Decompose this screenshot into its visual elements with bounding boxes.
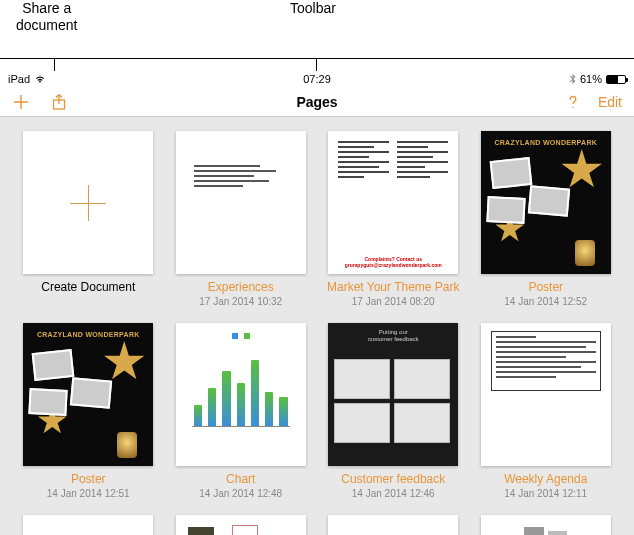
annotation-layer: Share a document Toolbar — [0, 0, 634, 59]
status-bar: iPad 07:29 61% — [0, 71, 634, 87]
doc-date: 17 Jan 2014 08:20 — [352, 296, 435, 307]
add-document-button[interactable] — [12, 93, 30, 111]
document-tile[interactable]: Complaints? Contact usgrumpyguts@crazyla… — [323, 131, 464, 307]
battery-icon — [606, 75, 626, 84]
poster-heading: CRAZYLAND WONDERPARK — [481, 139, 611, 146]
device-label: iPad — [8, 73, 30, 85]
annotation-toolbar-label: Toolbar — [290, 0, 336, 17]
document-tile[interactable]: CRAZYLAND WONDERPARK Poster 14 Jan 2014 … — [18, 323, 159, 499]
wifi-icon — [34, 74, 46, 84]
doc-date: 17 Jan 2014 10:32 — [199, 296, 282, 307]
battery-pct: 61% — [580, 73, 602, 85]
doc-date: 14 Jan 2014 12:46 — [352, 488, 435, 499]
toolbar: Pages Edit — [0, 87, 634, 117]
document-tile[interactable]: Putting ourcustomer feedback Customer fe… — [323, 323, 464, 499]
document-gallery[interactable]: Create Document Experiences 17 Jan 2014 … — [0, 117, 634, 535]
share-button[interactable] — [50, 93, 68, 111]
toolbar-title: Pages — [296, 94, 337, 110]
doc-title: Create Document — [41, 280, 135, 294]
doc-title: Poster — [71, 472, 106, 486]
bluetooth-icon — [569, 74, 576, 84]
doc-date: 14 Jan 2014 12:52 — [504, 296, 587, 307]
doc-date: 14 Jan 2014 12:11 — [504, 488, 587, 499]
doc-title: Weekly Agenda — [504, 472, 587, 486]
document-tile[interactable] — [323, 515, 464, 535]
clock: 07:29 — [303, 73, 331, 85]
doc-title: Chart — [226, 472, 255, 486]
document-tile[interactable]: CRAZYLAND WONDERPARK Poster 14 Jan 2014 … — [476, 131, 617, 307]
document-tile[interactable]: Weekly Agenda 14 Jan 2014 12:11 — [476, 323, 617, 499]
help-button[interactable] — [564, 93, 582, 111]
create-document-tile[interactable]: Create Document — [18, 131, 159, 307]
edit-button[interactable]: Edit — [598, 94, 622, 110]
document-tile[interactable]: Chart 14 Jan 2014 12:48 — [171, 323, 312, 499]
doc-date: 14 Jan 2014 12:48 — [199, 488, 282, 499]
annotation-share-label: Share a document — [16, 0, 77, 34]
doc-title: Experiences — [208, 280, 274, 294]
document-tile[interactable] — [171, 515, 312, 535]
doc-title: Market Your Theme Park — [327, 280, 460, 294]
doc-title: Poster — [528, 280, 563, 294]
doc-date: 14 Jan 2014 12:51 — [47, 488, 130, 499]
poster-heading: CRAZYLAND WONDERPARK — [23, 331, 153, 338]
document-tile[interactable]: Experiences 17 Jan 2014 10:32 — [171, 131, 312, 307]
doc-title: Customer feedback — [341, 472, 445, 486]
document-tile[interactable] — [18, 515, 159, 535]
document-tile[interactable] — [476, 515, 617, 535]
